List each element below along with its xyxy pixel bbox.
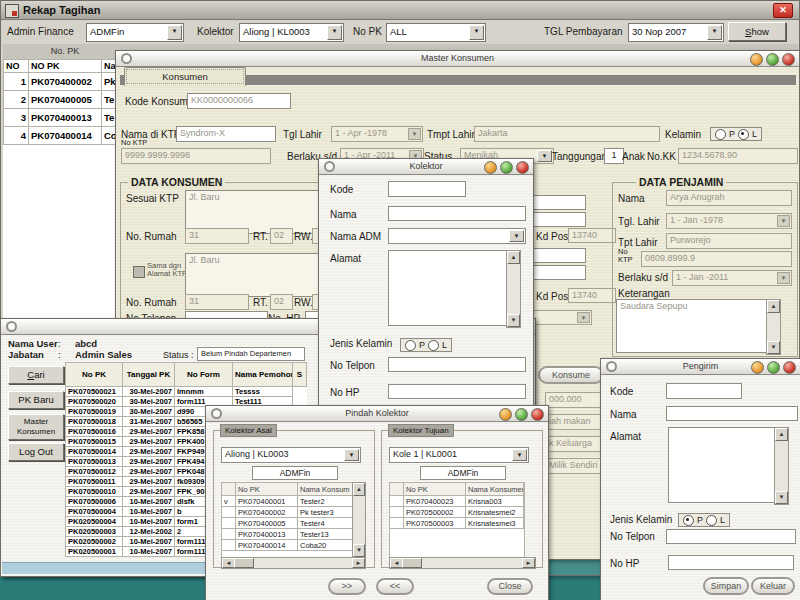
asal-header-sel[interactable] <box>222 483 236 496</box>
scroll-up-icon[interactable]: ▲ <box>353 483 365 496</box>
chevron-down-icon[interactable]: ▼ <box>537 150 552 162</box>
header-nama-pemohon[interactable]: Nama Pemohon <box>233 363 293 387</box>
grid-header-blank[interactable] <box>3 44 27 59</box>
kolektor-kode-field[interactable] <box>388 181 466 197</box>
chevron-down-icon[interactable]: ▼ <box>777 272 790 284</box>
kolektor-nama-adm-combo[interactable]: ▼ <box>388 228 526 244</box>
table-row[interactable]: PK070400002Pk tester3 <box>222 507 353 518</box>
penjamin-tgl-lahir-field[interactable]: 1 - Jan -1978 ▼ <box>666 213 792 229</box>
header-no-pk[interactable]: No PK <box>66 363 123 387</box>
tujuan-header-no-pk[interactable]: No PK <box>404 483 466 496</box>
pengirim-no-telpon-field[interactable] <box>666 529 796 544</box>
penjamin-no-ktp-field[interactable]: 0809.8999.9 <box>641 251 792 267</box>
close-button[interactable] <box>531 408 544 421</box>
show-button[interactable]: Show <box>728 22 786 41</box>
header-tanggal-pk[interactable]: Tanggal PK <box>123 363 175 387</box>
tujuan-header-sel[interactable] <box>390 483 404 496</box>
mid-field-3[interactable] <box>532 248 586 263</box>
keluar-button[interactable]: Keluar <box>751 577 795 595</box>
close-button[interactable] <box>516 161 529 174</box>
penjamin-tpt-lahir-field[interactable]: Purworejo <box>666 233 792 249</box>
scroll-down-icon[interactable]: ▼ <box>775 491 788 504</box>
chevron-down-icon[interactable]: ▼ <box>777 215 790 227</box>
table-row[interactable]: vPK070400001Tester2 <box>222 496 353 507</box>
subheader-no-pk[interactable]: NO PK <box>29 60 102 73</box>
kd-pos2-field[interactable]: 13740 <box>568 288 616 303</box>
table-row[interactable]: PK070400005Tester4 <box>222 518 353 529</box>
minimize-button[interactable] <box>750 53 763 66</box>
no-pk-combo[interactable]: ALL ▼ <box>386 23 486 42</box>
move-left-button[interactable]: << <box>376 578 414 595</box>
tanggungan-field[interactable]: 1 <box>604 148 624 164</box>
asal-vscrollbar[interactable]: ▲ ▼ <box>352 482 366 558</box>
cari-button[interactable]: Cari <box>8 366 64 384</box>
chevron-down-icon[interactable]: ▼ <box>509 230 524 242</box>
scroll-down-icon[interactable]: ▼ <box>507 314 520 327</box>
scroll-thumb[interactable] <box>402 558 422 568</box>
kolektor-alamat-textarea[interactable] <box>388 250 512 326</box>
table-row[interactable]: PK070500003Krisnatesmei3 <box>390 518 524 529</box>
user-status-field[interactable]: Belum Pindah Departemen <box>197 347 305 361</box>
close-button[interactable] <box>782 53 795 66</box>
pengirim-alamat-textarea[interactable] <box>668 427 780 503</box>
keterangan-scrollbar[interactable]: ▲ ▼ <box>766 299 781 355</box>
kode-konsumen-field[interactable]: KK0000000066 <box>187 93 291 109</box>
minimize-button[interactable] <box>499 408 512 421</box>
close-button[interactable]: Close <box>487 578 533 595</box>
penjamin-nama-field[interactable]: Arya Anugrah <box>666 190 792 206</box>
chevron-down-icon[interactable]: ▼ <box>512 449 527 461</box>
nama-ktp-field[interactable]: Syndrom-X <box>176 126 276 142</box>
maximize-button[interactable] <box>500 161 513 174</box>
kolektor-alamat-scrollbar[interactable]: ▲ ▼ <box>506 250 521 328</box>
no-ktp-field[interactable]: 9999.9999.9998 <box>121 148 271 164</box>
no-rumah-field[interactable]: 31 <box>185 228 249 244</box>
admin-finance-combo[interactable]: ADMFin ▼ <box>86 23 184 42</box>
radio-p[interactable] <box>683 515 694 526</box>
table-row[interactable]: PK070400014Coba20 <box>222 540 353 551</box>
mid-field-1[interactable] <box>532 195 586 210</box>
tgl-pembayaran-picker[interactable]: 30 Nop 2007 ▼ <box>628 23 724 42</box>
scroll-right-icon[interactable]: ► <box>352 558 365 568</box>
tujuan-header-nama[interactable]: Nama Konsumen <box>466 483 524 496</box>
header-no-form[interactable]: No Form <box>175 363 233 387</box>
close-button[interactable] <box>783 361 796 374</box>
kd-pos-field[interactable]: 13740 <box>568 228 616 243</box>
chevron-down-icon[interactable]: ▼ <box>167 25 182 40</box>
kolektor-titlebar[interactable]: Kolektor <box>319 159 533 175</box>
scroll-up-icon[interactable]: ▲ <box>775 428 788 441</box>
tmpt-lahir-field[interactable]: Jakarta <box>474 126 660 142</box>
kolektor-nama-field[interactable] <box>388 206 526 221</box>
move-right-button[interactable]: >> <box>328 578 366 595</box>
mid-field-4[interactable] <box>532 265 586 280</box>
pindah-titlebar[interactable]: Pindah Kolektor <box>206 406 548 422</box>
radio-p[interactable] <box>715 129 726 140</box>
asal-adm-field[interactable]: ADMFin <box>252 466 338 480</box>
master-konsumen-button[interactable]: Master Konsumen <box>8 414 64 440</box>
chevron-down-icon[interactable]: ▼ <box>344 449 359 461</box>
tab-konsumen[interactable]: Konsumen <box>124 67 246 86</box>
log-out-button[interactable]: Log Out <box>8 443 64 461</box>
maximize-button[interactable] <box>767 361 780 374</box>
table-row[interactable]: PK070400023Krisna003 <box>390 496 524 507</box>
chevron-down-icon[interactable]: ▼ <box>408 128 421 140</box>
tujuan-adm-field[interactable]: ADMFin <box>420 466 506 480</box>
pengirim-no-hp-field[interactable] <box>668 555 794 570</box>
chevron-down-icon[interactable]: ▼ <box>469 25 484 40</box>
tgl-lahir-field[interactable]: 1 - Apr -1978 ▼ <box>331 126 423 142</box>
maximize-button[interactable] <box>766 53 779 66</box>
header-status[interactable]: S <box>293 363 307 387</box>
minimize-button[interactable] <box>751 361 764 374</box>
penjamin-berlaku-field[interactable]: 1 - Jan -2011 ▼ <box>672 270 792 286</box>
no-rumah2-field[interactable]: 31 <box>185 294 249 310</box>
chevron-down-icon[interactable]: ▼ <box>707 25 722 40</box>
asal-hscrollbar[interactable]: ◄ ► <box>221 557 366 569</box>
asal-header-no-pk[interactable]: No PK <box>236 483 298 496</box>
maximize-button[interactable] <box>515 408 528 421</box>
asal-header-nama[interactable]: Nama Konsum <box>298 483 353 496</box>
mid-field-2[interactable] <box>532 212 586 227</box>
subheader-no[interactable]: NO <box>4 60 29 73</box>
radio-p[interactable] <box>405 340 416 351</box>
sama-dgn-checkbox[interactable] <box>133 266 145 278</box>
radio-l[interactable] <box>706 515 717 526</box>
mid-dropdown[interactable]: ▼ <box>532 310 592 325</box>
